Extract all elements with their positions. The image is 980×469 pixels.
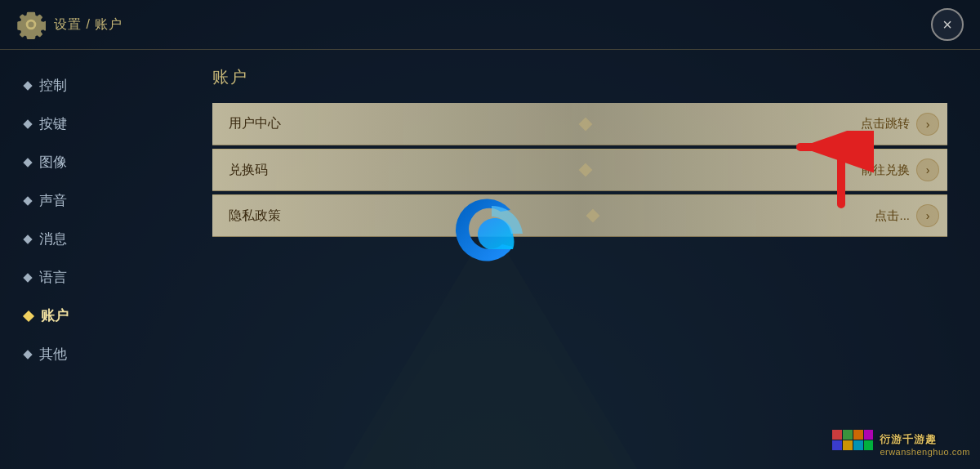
sidebar-item-控制[interactable]: 控制 [0,66,180,105]
row-label: 隐私政策 [212,208,310,225]
close-button[interactable]: × [931,8,964,41]
sidebar-item-label: 图像 [39,153,67,172]
topbar: 设置 / 账户 × [0,0,980,49]
diamond-icon [23,234,32,243]
svg-rect-7 [864,430,873,440]
sidebar-item-语言[interactable]: 语言 [0,258,180,297]
right-panel: 账户 用户中心 点击跳转 › 兑换码 前往兑换 › 隐私政策 点击... › [180,50,980,469]
diamond-decoration [579,163,593,177]
sidebar-item-label: 控制 [39,76,67,95]
watermark-text: 衍游千游趣 [880,432,970,447]
diamond-decoration [579,117,593,131]
gear-icon [16,10,46,39]
svg-rect-4 [843,440,853,450]
edge-icon [449,194,531,275]
action-label: 点击... [875,208,910,224]
sidebar-item-图像[interactable]: 图像 [0,143,180,181]
arrow-circle[interactable]: › [916,204,939,227]
svg-rect-6 [853,440,863,450]
watermark-logo [832,430,873,459]
breadcrumb: 设置 / 账户 [54,16,122,34]
sidebar-item-label: 语言 [39,268,67,287]
sidebar-item-label: 其他 [39,345,67,364]
watermark-url: erwanshenghuo.com [880,447,970,457]
svg-rect-1 [832,430,842,440]
sidebar-item-按键[interactable]: 按键 [0,105,180,143]
sidebar-item-label: 按键 [39,114,67,133]
watermark-info: 衍游千游趣 erwanshenghuo.com [880,432,970,457]
diamond-icon [23,273,32,282]
diamond-icon [23,350,32,359]
section-title: 账户 [212,66,947,88]
arrow-circle[interactable]: › [916,159,939,181]
sidebar-item-label: 账户 [41,306,69,325]
svg-rect-5 [853,430,863,440]
sidebar-item-声音[interactable]: 声音 [0,181,180,220]
row-spacer [310,119,861,129]
diamond-icon [23,158,32,167]
row-label: 兑换码 [212,162,310,179]
watermark: 衍游千游趣 erwanshenghuo.com [832,430,970,459]
sidebar: 控制 按键 图像 声音 消息 语言 账户 其他 [0,50,180,469]
row-action: 点击... › [875,204,947,227]
sidebar-item-label: 消息 [39,230,67,248]
action-label: 点击跳转 [861,116,910,132]
svg-rect-3 [832,440,842,450]
loading-overlay [449,194,531,275]
red-arrow-annotation [776,131,874,212]
sidebar-item-账户[interactable]: 账户 [0,297,180,335]
diamond-icon [23,81,32,90]
row-label: 用户中心 [212,115,310,132]
diamond-decoration [586,209,599,223]
sidebar-item-消息[interactable]: 消息 [0,220,180,258]
arrow-circle[interactable]: › [916,113,939,136]
diamond-icon [23,310,34,321]
svg-rect-8 [864,440,873,450]
svg-rect-2 [843,430,853,440]
diamond-icon [23,196,32,205]
sidebar-item-其他[interactable]: 其他 [0,335,180,373]
diamond-icon [23,119,32,128]
sidebar-item-label: 声音 [39,191,67,210]
